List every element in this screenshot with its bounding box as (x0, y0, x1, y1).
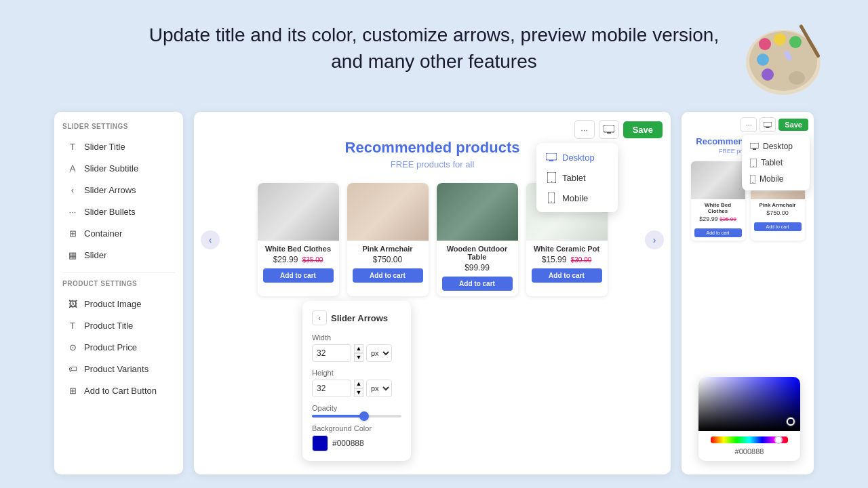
page-header: Update title and its color, customize ar… (0, 0, 868, 88)
sidebar-item-slider-title[interactable]: T Slider Title (62, 136, 175, 157)
right-tablet-label: Tablet (761, 158, 783, 167)
add-to-cart-btn-1[interactable]: Add to cart (353, 268, 423, 283)
product-price-0: $29.99 $35.00 (263, 255, 334, 264)
color-picker: #000888 (698, 377, 800, 461)
device-option-tablet[interactable]: Tablet (536, 167, 618, 188)
color-hex: #000888 (332, 439, 364, 448)
sidebar-label: Slider Arrows (84, 185, 136, 195)
product-body-2: Wooden Outdoor Table $99.99 Add to cart (437, 241, 518, 296)
sidebar-item-slider-subtitle[interactable]: A Slider Subtitle (62, 157, 175, 179)
sidebar-item-slider-arrows[interactable]: ‹ Slider Arrows (62, 179, 175, 201)
sidebar-item-product-price[interactable]: ⊙ Product Price (62, 336, 175, 358)
sidebar-label: Slider Bullets (84, 207, 136, 217)
desktop-icon (546, 152, 557, 163)
right-add-btn-1[interactable]: Add to cart (754, 222, 802, 231)
svg-rect-18 (764, 122, 772, 127)
sidebar-item-add-to-cart[interactable]: ⊞ Add to Cart Button (62, 380, 175, 401)
right-add-btn-0[interactable]: Add to cart (694, 228, 742, 237)
height-input[interactable] (312, 380, 351, 397)
right-mobile-label: Mobile (760, 174, 783, 184)
svg-rect-21 (753, 148, 756, 150)
arrows-panel-title: Slider Arrows (331, 313, 388, 323)
add-to-cart-btn-2[interactable]: Add to cart (442, 277, 513, 291)
slider-icon: ▦ (66, 249, 79, 261)
sidebar-item-slider-bullets[interactable]: ··· Slider Bullets (62, 201, 175, 222)
height-unit-select[interactable]: px % (366, 380, 392, 397)
palette-icon (739, 14, 827, 102)
right-device-tablet[interactable]: Tablet (742, 155, 810, 171)
opacity-label: Opacity (312, 404, 401, 412)
height-field: Height ▲ ▼ px % (312, 369, 401, 397)
price-icon: ⊙ (66, 341, 79, 353)
width-down-btn[interactable]: ▼ (354, 353, 363, 362)
bullets-icon: ··· (66, 205, 79, 218)
right-save-button[interactable]: Save (778, 119, 808, 131)
nav-arrow-left[interactable]: ‹ (201, 230, 220, 249)
svg-rect-13 (549, 160, 553, 161)
product-name-3: White Ceramic Pot (532, 245, 602, 253)
text-icon: T (66, 140, 79, 152)
more-btn[interactable]: ··· (574, 120, 595, 139)
width-label: Width (312, 333, 401, 342)
sidebar-label: Product Variants (84, 364, 149, 374)
sidebar-label: Product Price (84, 342, 137, 352)
sidebar-label: Product Title (84, 321, 133, 331)
mobile-icon (546, 192, 557, 203)
main-container: SLIDER SETTINGS T Slider Title A Slider … (54, 112, 814, 474)
svg-rect-20 (750, 143, 759, 148)
width-up-btn[interactable]: ▲ (354, 344, 363, 353)
height-up-btn[interactable]: ▲ (354, 380, 363, 388)
sidebar-item-container[interactable]: ⊞ Container (62, 222, 175, 244)
product-image-1 (347, 183, 429, 241)
add-to-cart-btn-0[interactable]: Add to cart (263, 268, 334, 283)
height-input-row: ▲ ▼ px % (312, 380, 401, 397)
tablet-icon (546, 172, 557, 183)
width-input[interactable] (312, 344, 351, 362)
svg-point-3 (759, 38, 771, 50)
right-product-body-0: White Bed Clothes $29.99 $35.00 Add to c… (691, 199, 745, 241)
right-device-mobile[interactable]: Mobile (742, 171, 810, 187)
product-card-2: Wooden Outdoor Table $99.99 Add to cart (437, 183, 518, 296)
add-to-cart-btn-3[interactable]: Add to cart (532, 268, 602, 283)
color-gradient-canvas[interactable] (698, 377, 800, 431)
width-field: Width ▲ ▼ px % (312, 333, 401, 362)
right-product-body-1: Pink Armchair $750.00 Add to cart (751, 199, 805, 235)
svg-point-4 (774, 33, 786, 45)
svg-point-5 (789, 36, 802, 48)
desktop-label: Desktop (562, 152, 595, 163)
bg-color-field: Background Color #000888 (312, 424, 401, 451)
right-device-btn[interactable] (760, 117, 776, 132)
width-unit-select[interactable]: px % (366, 344, 392, 362)
nav-arrow-right[interactable]: › (645, 230, 664, 249)
opacity-thumb (359, 411, 369, 421)
device-toggle-btn[interactable] (599, 120, 619, 139)
opacity-slider[interactable] (312, 415, 401, 418)
image-icon: 🖼 (66, 298, 79, 310)
svg-rect-12 (546, 153, 557, 160)
sidebar-item-product-title[interactable]: T Product Title (62, 314, 175, 336)
device-option-mobile[interactable]: Mobile (536, 188, 618, 208)
sidebar-item-product-image[interactable]: 🖼 Product Image (62, 293, 175, 314)
product-image-2 (437, 183, 518, 241)
svg-point-6 (757, 54, 769, 66)
product-body-1: Pink Armchair $750.00 Add to cart (347, 241, 429, 288)
color-swatch[interactable] (312, 435, 328, 451)
back-button[interactable]: ‹ (312, 310, 327, 325)
svg-rect-11 (607, 132, 611, 134)
right-device-desktop[interactable]: Desktop (742, 138, 810, 155)
sidebar-item-product-variants[interactable]: 🏷 Product Variants (62, 358, 175, 380)
svg-rect-10 (604, 125, 614, 132)
hue-bar[interactable] (711, 436, 788, 443)
product-card-0: White Bed Clothes $29.99 $35.00 Add to c… (258, 183, 339, 296)
right-more-btn[interactable]: ··· (741, 117, 757, 132)
product-body-0: White Bed Clothes $29.99 $35.00 Add to c… (258, 241, 339, 288)
save-button[interactable]: Save (623, 121, 663, 138)
device-option-desktop[interactable]: Desktop (536, 147, 618, 167)
height-down-btn[interactable]: ▼ (354, 388, 363, 397)
preview-toolbar: ··· Save (574, 120, 663, 139)
svg-point-23 (753, 165, 753, 166)
sidebar-item-slider[interactable]: ▦ Slider (62, 244, 175, 266)
svg-point-2 (789, 71, 805, 85)
title-icon: T (66, 319, 79, 331)
sidebar-label: Container (84, 228, 122, 239)
